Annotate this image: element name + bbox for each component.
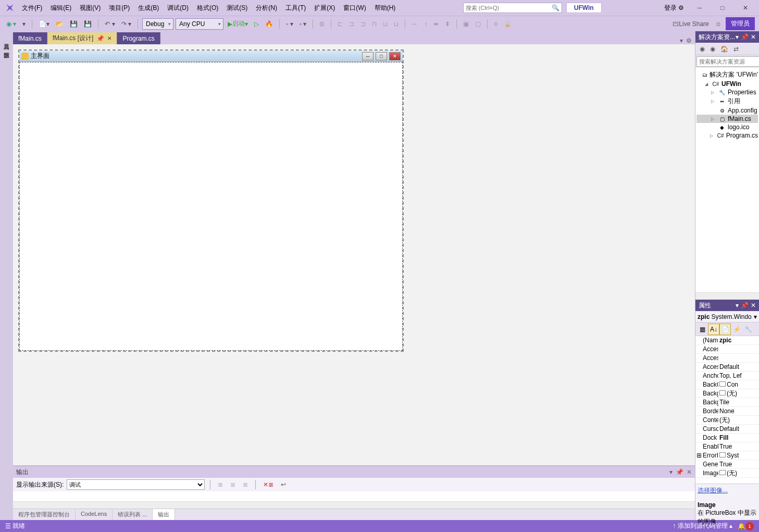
form-designer[interactable]: 主界面 ─ □ ✕ (13, 44, 695, 465)
tree-node[interactable]: 🗂解决方案 'UFWin' (696, 70, 758, 80)
datasources-tab[interactable]: 数据源 (2, 44, 11, 52)
menu-test[interactable]: 测试(S) (222, 2, 252, 15)
vspace-button[interactable]: ↕ (422, 19, 429, 29)
solution-tree[interactable]: 🗂解决方案 'UFWin'◢C#UFWin▷🔧Properties▷▪▪引用⚙A… (695, 68, 759, 292)
tree-node[interactable]: ⚙App.config (696, 106, 758, 115)
output-clear-icon[interactable]: ✕≣ (261, 479, 276, 490)
tab-output[interactable]: 输出 (153, 509, 175, 520)
output-close-icon[interactable]: ✕ (687, 468, 692, 476)
se-home-icon[interactable]: 🏠 (718, 44, 730, 54)
open-button[interactable]: 📂 (54, 19, 66, 29)
tree-node[interactable]: ▷🔧Properties (696, 88, 758, 96)
quick-launch[interactable]: 🔍 (463, 3, 562, 13)
menu-extensions[interactable]: 扩展(X) (310, 2, 339, 15)
minimize-button[interactable]: ─ (692, 3, 707, 13)
output-goto-icon[interactable]: ≣ (216, 479, 225, 490)
tab-settings-icon[interactable]: ⚙ (686, 37, 692, 44)
notification-icon[interactable]: 🔔1 (738, 522, 754, 530)
feedback-button[interactable]: ☺ (713, 19, 724, 29)
se-search-input[interactable] (696, 56, 759, 67)
tab-order-button[interactable]: ≡ (492, 19, 500, 29)
align-top-button[interactable]: ⊓ (370, 19, 379, 29)
se-dropdown-icon[interactable]: ▾ (736, 33, 739, 41)
props-dropdown-icon[interactable]: ▾ (736, 302, 739, 309)
pin-icon[interactable]: 📌 (96, 35, 104, 42)
menu-view[interactable]: 视图(V) (76, 2, 105, 15)
tab-dropdown-icon[interactable]: ▾ (680, 37, 683, 44)
props-pages-icon[interactable]: 🔧 (742, 324, 754, 335)
output-wrap-icon[interactable]: ↩ (279, 479, 288, 490)
lock-button[interactable]: 🔒 (502, 19, 514, 29)
menu-format[interactable]: 格式(O) (193, 2, 222, 15)
props-props-icon[interactable]: 📄 (719, 324, 731, 335)
size-width-button[interactable]: ⬌ (431, 19, 441, 29)
size-height-button[interactable]: ⬍ (443, 19, 452, 29)
back-button[interactable]: ◉ ▾ (4, 19, 18, 29)
props-pin-icon[interactable]: 📌 (741, 302, 749, 309)
toolbox-tab[interactable]: 工具箱 (2, 35, 11, 44)
output-source-combo[interactable]: 调试 (67, 479, 205, 490)
output-text[interactable] (13, 491, 695, 501)
start-button[interactable]: ▶ 启动 ▾ (226, 18, 250, 30)
se-fwd-icon[interactable]: ◉ (708, 44, 717, 54)
menu-analyze[interactable]: 分析(N) (252, 2, 281, 15)
props-grid[interactable]: (Name)zpicAccessilAccessilAccessilDefaul… (695, 336, 759, 484)
align-grid-button[interactable]: ⊞ (317, 19, 327, 29)
property-row[interactable]: Context(无) (695, 416, 759, 425)
output-prev-icon[interactable]: ≣ (228, 479, 238, 490)
tab-pkg-console[interactable]: 程序包管理器控制台 (13, 509, 76, 520)
solution-explorer-header[interactable]: 解决方案资... ▾📌✕ (695, 31, 759, 43)
properties-header[interactable]: 属性 ▾📌✕ (695, 300, 759, 311)
hot-reload-button[interactable]: 🔥 (263, 19, 275, 29)
maximize-button[interactable]: □ (715, 3, 730, 13)
tab-program-cs[interactable]: Program.cs (117, 32, 160, 44)
props-alpha-icon[interactable]: A↓ (708, 324, 719, 335)
tab-error-list[interactable]: 错误列表 ... (113, 509, 153, 520)
redo-button[interactable]: ↷ ▾ (119, 19, 133, 29)
send-back-button[interactable]: ▢ (473, 19, 483, 29)
property-row[interactable]: ⊞ErrorImSyst (695, 451, 759, 460)
property-row[interactable]: Image(无) (695, 469, 759, 478)
undo-button[interactable]: ↶ ▾ (103, 19, 117, 29)
platform-combo[interactable]: Any CPU (176, 18, 223, 30)
align-bottom-button[interactable]: ⊔ (392, 19, 401, 29)
menu-build[interactable]: 生成(B) (134, 2, 163, 15)
props-events-icon[interactable]: ⚡ (731, 324, 742, 335)
property-row[interactable]: BorderSNone (695, 407, 759, 416)
output-pin-icon[interactable]: 📌 (676, 468, 683, 476)
tab-fmain-cs[interactable]: fMain.cs (13, 32, 47, 44)
menu-edit[interactable]: 编辑(E) (46, 2, 76, 15)
property-row[interactable]: EnablecTrue (695, 442, 759, 451)
tree-node[interactable]: ▷C#Program.cs (696, 131, 758, 140)
property-row[interactable]: Accessil (695, 354, 759, 363)
tree-node[interactable]: ▷▪▪引用 (696, 96, 758, 106)
tree-node[interactable]: ◆logo.ico (696, 123, 758, 131)
menu-tools[interactable]: 工具(T) (281, 2, 310, 15)
output-hscroll[interactable] (13, 501, 695, 509)
property-row[interactable]: GeneraTrue (695, 460, 759, 469)
scm-button[interactable]: ↑ 添加到源代码管理 ▴ (673, 522, 732, 530)
props-object-combo[interactable]: zpic System.Windo▾ (695, 311, 759, 323)
output-header[interactable]: 输出 ▾📌✕ (13, 466, 695, 478)
liveshare-button[interactable]: ⮹ Live Share (670, 19, 711, 29)
start-nodebug-button[interactable]: ▷ (252, 19, 261, 29)
property-row[interactable]: BackgroTile (695, 398, 759, 407)
solution-name-label[interactable]: UFWin (566, 3, 602, 13)
property-row[interactable]: CursorDefault (695, 425, 759, 434)
property-row[interactable]: (Name)zpic (695, 336, 759, 345)
close-button[interactable]: ✕ (738, 3, 753, 13)
close-tab-icon[interactable]: ✕ (107, 35, 111, 41)
property-row[interactable]: DockFill (695, 434, 759, 442)
search-icon[interactable]: 🔍 (552, 4, 559, 11)
menu-debug[interactable]: 调试(D) (163, 2, 193, 15)
props-close-icon[interactable]: ✕ (751, 302, 756, 309)
property-row[interactable]: Backgro(无) (695, 389, 759, 398)
menu-project[interactable]: 项目(P) (105, 2, 134, 15)
menu-window[interactable]: 窗口(W) (339, 2, 370, 15)
search-input[interactable] (466, 5, 552, 11)
menu-file[interactable]: 文件(F) (18, 2, 46, 15)
property-row[interactable]: BackCoCon (695, 380, 759, 389)
align-center-button[interactable]: ⊐ (347, 19, 356, 29)
output-dropdown-icon[interactable]: ▾ (669, 468, 673, 476)
layout-button[interactable]: ▫ ▾ (297, 19, 309, 29)
